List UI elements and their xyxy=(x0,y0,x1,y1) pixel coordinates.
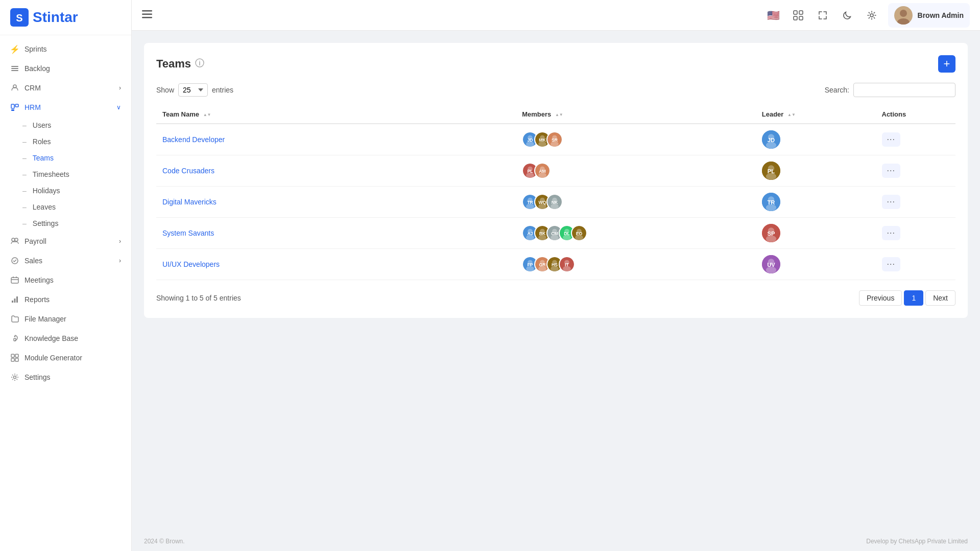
svg-text:MK: MK xyxy=(539,137,546,143)
svg-text:S: S xyxy=(16,12,22,24)
sort-icons: ▲▼ xyxy=(555,113,563,117)
member-avatar: AM xyxy=(534,163,551,179)
teams-table: Team Name ▲▼ Members ▲▼ Leader ▲▼ Acti xyxy=(156,105,955,280)
svg-text:AM: AM xyxy=(539,169,546,174)
svg-point-32 xyxy=(900,10,907,17)
sidebar-item-reports[interactable]: Reports xyxy=(0,290,131,309)
settings-gear-icon[interactable] xyxy=(864,7,880,24)
content-area: Teams i + Show 25 10 50 100 entries xyxy=(132,31,980,532)
show-entries-control: Show 25 10 50 100 entries xyxy=(156,83,233,97)
members-cell: JDMKSR xyxy=(516,124,756,155)
table-row: Digital MavericksTRWQNKTR··· xyxy=(156,187,955,218)
footer: 2024 © Brown. Develop by ChetsApp Privat… xyxy=(132,532,980,551)
svg-rect-20 xyxy=(11,358,14,361)
sidebar-item-meetings[interactable]: Meetings xyxy=(0,270,131,290)
entries-info: Showing 1 to 5 of 5 entries xyxy=(156,294,241,302)
user-profile[interactable]: Brown Admin xyxy=(888,3,970,28)
svg-text:JD: JD xyxy=(528,137,533,143)
col-leader[interactable]: Leader ▲▼ xyxy=(756,105,876,124)
chevron-down-icon: ∨ xyxy=(116,104,121,111)
page-title-row: Teams i xyxy=(156,57,204,71)
sidebar-item-settings[interactable]: Settings xyxy=(0,368,131,387)
sub-item-label: Leaves xyxy=(33,203,56,211)
sidebar-item-timesheets[interactable]: Timesheets xyxy=(0,166,131,182)
sidebar-item-label: Sprints xyxy=(25,45,47,53)
sidebar-item-label: Settings xyxy=(25,373,51,381)
svg-text:PL: PL xyxy=(768,168,775,174)
actions-cell: ··· xyxy=(876,218,956,249)
svg-rect-21 xyxy=(15,358,18,361)
col-members[interactable]: Members ▲▼ xyxy=(516,105,756,124)
sidebar-item-hrm[interactable]: HRM ∨ xyxy=(0,98,131,117)
dark-mode-icon[interactable] xyxy=(839,7,855,24)
sidebar-item-knowledge-base[interactable]: Knowledge Base xyxy=(0,329,131,348)
sidebar-item-label: CRM xyxy=(25,84,41,92)
sidebar-item-holidays[interactable]: Holidays xyxy=(0,182,131,199)
sub-item-label: Users xyxy=(33,121,52,129)
sidebar: S Stintar ⚡ Sprints Backlog CRM › HRM ∨ xyxy=(0,0,132,551)
apps-grid-icon[interactable] xyxy=(790,7,806,24)
info-icon[interactable]: i xyxy=(195,58,204,70)
payroll-icon xyxy=(10,237,19,246)
pagination: Previous 1 Next xyxy=(859,290,955,306)
search-box: Search: xyxy=(825,83,955,97)
table-row: System SavantsAJBKCMDLEOSP··· xyxy=(156,218,955,249)
row-actions-button[interactable]: ··· xyxy=(882,226,900,240)
previous-button[interactable]: Previous xyxy=(859,290,902,306)
fullscreen-icon[interactable] xyxy=(815,7,831,24)
row-actions-button[interactable]: ··· xyxy=(882,164,900,178)
reports-icon xyxy=(10,295,19,304)
table-header: Team Name ▲▼ Members ▲▼ Leader ▲▼ Acti xyxy=(156,105,955,124)
language-selector[interactable]: 🇺🇸 xyxy=(766,7,782,24)
page-1-button[interactable]: 1 xyxy=(904,290,923,306)
leader-avatar: SP xyxy=(762,224,780,242)
sidebar-item-label: Reports xyxy=(25,295,50,304)
hrm-submenu: Users Roles Teams Timesheets Holidays Le… xyxy=(0,117,131,232)
svg-rect-18 xyxy=(11,354,14,357)
members-cell: AJBKCMDLEO xyxy=(516,218,756,249)
search-input[interactable] xyxy=(853,83,955,97)
crm-icon xyxy=(10,83,19,93)
team-name-cell: Digital Mavericks xyxy=(156,187,516,218)
sidebar-item-payroll[interactable]: Payroll › xyxy=(0,232,131,251)
svg-text:DL: DL xyxy=(564,231,570,236)
svg-text:AJ: AJ xyxy=(528,231,533,236)
sidebar-item-module-generator[interactable]: Module Generator xyxy=(0,348,131,368)
svg-text:UV: UV xyxy=(767,262,775,268)
knowledge-base-icon xyxy=(10,334,19,343)
leader-avatar: TR xyxy=(762,193,780,211)
svg-rect-6 xyxy=(11,104,14,108)
sidebar-item-file-manager[interactable]: File Manager xyxy=(0,309,131,329)
entries-select[interactable]: 25 10 50 100 xyxy=(178,83,208,97)
leader-avatar: UV xyxy=(762,255,780,273)
svg-point-16 xyxy=(14,336,16,337)
svg-point-9 xyxy=(12,238,15,241)
svg-rect-28 xyxy=(794,16,797,20)
sidebar-item-label: Module Generator xyxy=(25,354,82,362)
svg-point-122 xyxy=(766,267,776,274)
svg-text:WQ: WQ xyxy=(539,200,546,205)
hamburger-button[interactable] xyxy=(142,9,152,21)
sidebar-item-backlog[interactable]: Backlog xyxy=(0,59,131,78)
sidebar-item-sprints[interactable]: ⚡ Sprints xyxy=(0,39,131,59)
svg-point-62 xyxy=(766,173,776,180)
sidebar-item-hrm-settings[interactable]: Settings xyxy=(0,215,131,232)
sidebar-item-teams[interactable]: Teams xyxy=(0,150,131,166)
row-actions-button[interactable]: ··· xyxy=(882,257,900,271)
sidebar-item-users[interactable]: Users xyxy=(0,117,131,133)
row-actions-button[interactable]: ··· xyxy=(882,132,900,147)
chevron-right-icon: › xyxy=(119,84,121,91)
col-team-name[interactable]: Team Name ▲▼ xyxy=(156,105,516,124)
svg-text:TR: TR xyxy=(767,199,775,205)
sidebar-item-leaves[interactable]: Leaves xyxy=(0,199,131,215)
add-team-button[interactable]: + xyxy=(938,55,955,73)
next-button[interactable]: Next xyxy=(925,290,955,306)
sidebar-item-crm[interactable]: CRM › xyxy=(0,78,131,98)
sidebar-item-roles[interactable]: Roles xyxy=(0,133,131,150)
svg-text:EO: EO xyxy=(576,231,583,236)
sidebar-item-sales[interactable]: Sales › xyxy=(0,251,131,270)
team-name-cell: UI/UX Developers xyxy=(156,249,516,280)
row-actions-button[interactable]: ··· xyxy=(882,195,900,209)
header: 🇺🇸 Brown Admin xyxy=(132,0,980,31)
svg-rect-27 xyxy=(799,11,803,14)
